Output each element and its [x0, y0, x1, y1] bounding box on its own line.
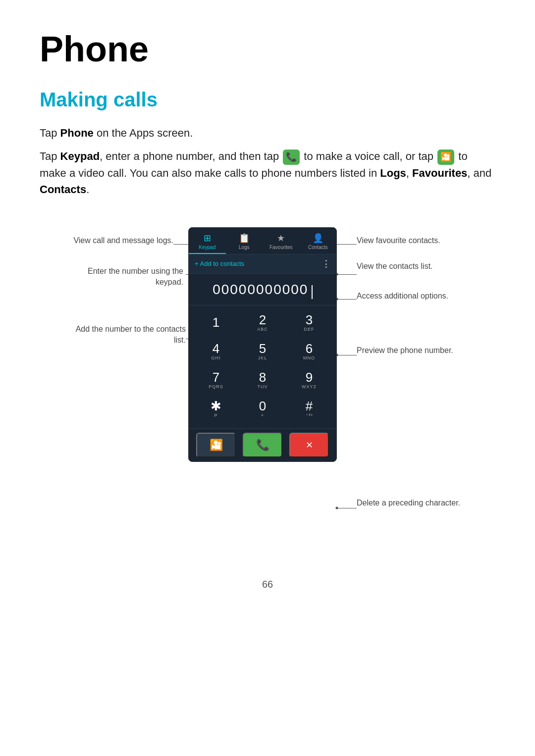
annotation-add-contacts: Add the number to the contactslist. — [40, 324, 186, 346]
tab-favourites[interactable]: ★ Favourites — [263, 228, 300, 254]
key-4-sub: GHI — [211, 355, 220, 360]
tab-bar: ⊞ Keypad 📋 Logs ★ Favourites 👤 Contacts — [189, 228, 336, 254]
logs-tab-label: Logs — [228, 245, 261, 250]
key-6[interactable]: 6 MNO — [289, 338, 329, 365]
key-0-main: 0 — [259, 400, 266, 412]
key-hash-sub: ⁺⁴³ — [306, 413, 313, 418]
annotation-view-logs: View call and message logs. — [40, 236, 173, 245]
page-title: Phone — [40, 30, 495, 69]
key-8-main: 8 — [259, 371, 266, 384]
keypad-row-3: 7 PQRS 8 TUV 9 WXYZ — [193, 367, 332, 394]
annotation-enter-number: Enter the number using thekeypad. — [40, 266, 183, 288]
favourites-keyword: Favourites — [412, 167, 467, 179]
tab-logs[interactable]: 📋 Logs — [226, 228, 263, 254]
number-display: 00000000000 — [189, 274, 336, 305]
key-7-sub: PQRS — [209, 384, 223, 389]
number-text: 00000000000 — [213, 282, 308, 297]
key-5-sub: JKL — [258, 355, 268, 360]
keypad-row-1: 1 2 ABC 3 DEF — [193, 309, 332, 336]
key-hash[interactable]: # ⁺⁴³ — [289, 396, 329, 422]
keypad-tab-label: Keypad — [191, 245, 224, 250]
annotation-view-favourites: View favourite contacts. — [357, 236, 440, 245]
phone-keyword: Phone — [60, 127, 94, 139]
number-cursor — [312, 285, 313, 299]
voice-call-icon-inline: 📞 — [283, 150, 300, 165]
add-contacts-text[interactable]: + Add to contacts — [195, 260, 244, 267]
annotation-view-contacts: View the contacts list. — [357, 262, 433, 271]
key-2-sub: ABC — [257, 327, 268, 332]
key-6-main: 6 — [306, 342, 313, 355]
key-7[interactable]: 7 PQRS — [196, 367, 236, 394]
favourites-tab-icon: ★ — [265, 233, 298, 244]
key-star-sub: P — [214, 413, 217, 418]
key-hash-main: # — [306, 400, 313, 412]
key-6-sub: MNO — [303, 355, 315, 360]
tab-contacts[interactable]: 👤 Contacts — [300, 228, 337, 254]
contacts-keyword: Contacts — [40, 183, 86, 196]
annotation-access-options: Access additional options. — [357, 292, 448, 301]
annotation-preview-number: Preview the phone number. — [357, 346, 453, 355]
key-star[interactable]: ✱ P — [196, 396, 236, 422]
favourites-tab-label: Favourites — [265, 245, 298, 250]
key-2-main: 2 — [259, 313, 266, 326]
contacts-tab-label: Contacts — [302, 245, 335, 250]
key-3-sub: DEF — [304, 327, 315, 332]
intro-paragraph-2: Tap Keypad, enter a phone number, and th… — [40, 148, 495, 198]
key-9-sub: WXYZ — [302, 384, 317, 389]
video-call-button[interactable]: 🎦 — [196, 433, 236, 457]
key-0-sub: + — [261, 413, 264, 418]
more-options-button[interactable]: ⋮ — [321, 258, 330, 269]
keypad-keyword: Keypad — [60, 150, 100, 162]
keypad-tab-icon: ⊞ — [191, 233, 224, 244]
key-7-main: 7 — [213, 371, 219, 384]
annotation-delete-char: Delete a preceding character. — [357, 499, 460, 507]
add-contacts-bar: + Add to contacts ⋮ — [189, 254, 336, 274]
key-5[interactable]: 5 JKL — [243, 338, 282, 365]
key-4-main: 4 — [213, 342, 219, 355]
key-8-sub: TUV — [258, 384, 268, 389]
page-number: 66 — [40, 579, 495, 610]
key-8[interactable]: 8 TUV — [243, 367, 282, 394]
tab-keypad[interactable]: ⊞ Keypad — [189, 228, 226, 254]
diagram-container: View call and message logs. Enter the nu… — [40, 212, 495, 549]
keypad-row-4: ✱ P 0 + # ⁺⁴³ — [193, 396, 332, 422]
page-container: Phone Making calls Tap Phone on the Apps… — [0, 0, 535, 650]
logs-keyword: Logs — [380, 167, 406, 179]
key-3-main: 3 — [306, 313, 313, 326]
section-title: Making calls — [40, 89, 495, 111]
key-9[interactable]: 9 WXYZ — [289, 367, 329, 394]
logs-tab-icon: 📋 — [228, 233, 261, 244]
intro-paragraph-1: Tap Phone on the Apps screen. — [40, 125, 495, 141]
key-3[interactable]: 3 DEF — [289, 309, 329, 336]
action-bar: 🎦 📞 ✕ — [189, 428, 336, 461]
key-1-main: 1 — [213, 316, 219, 329]
keypad-grid: 1 2 ABC 3 DEF 4 GHI — [189, 305, 336, 428]
video-call-icon-inline: 🎦 — [437, 150, 454, 165]
key-9-main: 9 — [306, 371, 313, 384]
delete-button[interactable]: ✕ — [289, 433, 329, 457]
voice-call-button[interactable]: 📞 — [243, 433, 282, 457]
key-star-main: ✱ — [211, 400, 221, 412]
key-1[interactable]: 1 — [196, 309, 236, 336]
phone-mockup: ⊞ Keypad 📋 Logs ★ Favourites 👤 Contacts — [188, 227, 337, 462]
key-4[interactable]: 4 GHI — [196, 338, 236, 365]
contacts-tab-icon: 👤 — [302, 233, 335, 244]
keypad-row-2: 4 GHI 5 JKL 6 MNO — [193, 338, 332, 365]
key-0[interactable]: 0 + — [243, 396, 282, 422]
key-2[interactable]: 2 ABC — [243, 309, 282, 336]
key-5-main: 5 — [259, 342, 266, 355]
